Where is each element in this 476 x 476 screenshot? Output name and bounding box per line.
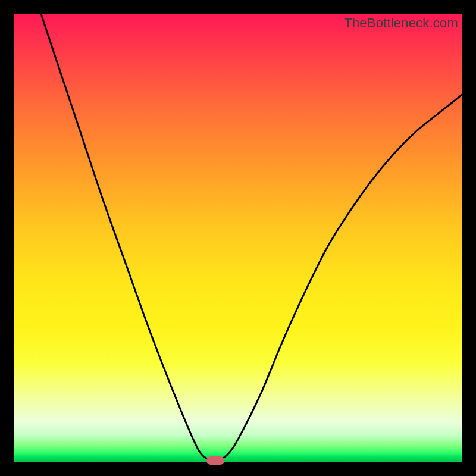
chart-frame: TheBottleneck.com [14, 14, 462, 462]
watermark-text: TheBottleneck.com [344, 15, 458, 31]
bottleneck-curve [14, 14, 462, 462]
minimum-marker [206, 456, 224, 465]
